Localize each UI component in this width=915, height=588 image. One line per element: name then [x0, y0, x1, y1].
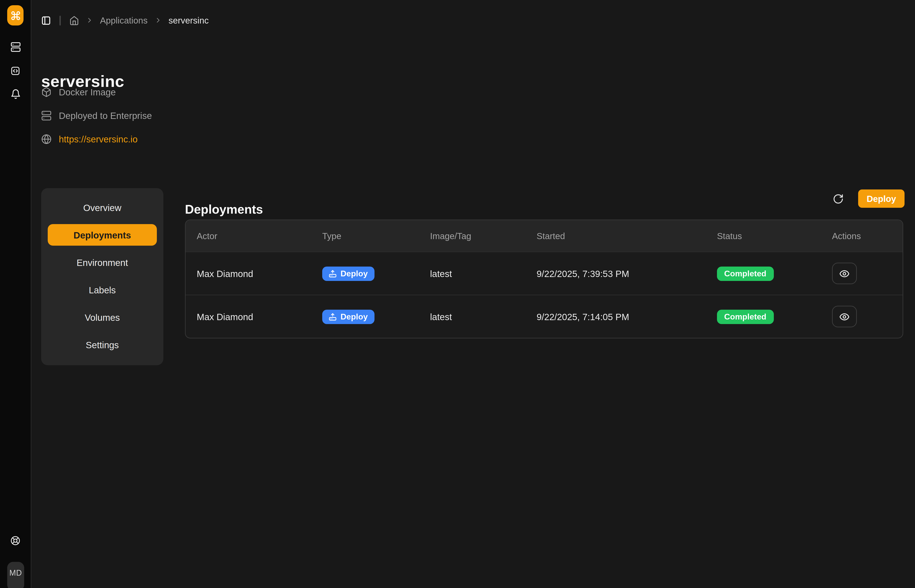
breadcrumb-current: serversinc	[168, 15, 209, 25]
col-header-image-tag: Image/Tag	[430, 231, 537, 241]
table-row: Max Diamond Deploy latest 9/22/2025, 7:1…	[186, 295, 902, 338]
servers-icon	[10, 42, 21, 52]
view-deployment-button[interactable]	[832, 306, 857, 327]
tab-deployments[interactable]: Deployments	[48, 224, 157, 246]
meta-server: Deployed to Enterprise	[41, 110, 152, 121]
cell-actor: Max Diamond	[197, 268, 322, 279]
sidebar-item-servers[interactable]	[0, 42, 31, 52]
cell-actions	[832, 306, 902, 327]
col-header-type: Type	[322, 231, 430, 241]
user-initials: MD	[10, 569, 22, 578]
cell-image-tag: latest	[430, 268, 537, 279]
app-root: MD Applications serversinc serversinc Do…	[0, 0, 915, 588]
section-heading: Deployments	[185, 202, 263, 217]
breadcrumb: Applications serversinc	[41, 15, 209, 26]
type-badge: Deploy	[322, 267, 374, 281]
cell-status: Completed	[717, 267, 832, 281]
eye-icon	[839, 312, 850, 322]
command-icon	[10, 10, 21, 21]
server-icon	[41, 110, 52, 121]
sidebar-toggle-icon[interactable]	[41, 15, 51, 25]
chevron-right-icon	[154, 16, 162, 24]
sidebar-item-help[interactable]	[0, 536, 31, 546]
cell-type: Deploy	[322, 267, 430, 281]
type-badge: Deploy	[322, 309, 374, 324]
home-icon[interactable]	[69, 15, 79, 25]
cell-started: 9/22/2025, 7:39:53 PM	[537, 268, 717, 279]
user-avatar[interactable]: MD	[7, 562, 24, 588]
breadcrumb-applications[interactable]: Applications	[100, 15, 147, 25]
cell-actor: Max Diamond	[197, 312, 322, 322]
eye-icon	[839, 268, 850, 279]
col-header-started: Started	[537, 231, 717, 241]
type-badge-label: Deploy	[341, 312, 368, 321]
cell-started: 9/22/2025, 7:14:05 PM	[537, 312, 717, 322]
sidebar: MD	[0, 0, 31, 588]
cell-status: Completed	[717, 309, 832, 324]
hard-drive-upload-icon	[329, 313, 336, 321]
tab-volumes[interactable]: Volumes	[48, 307, 157, 328]
table-row: Max Diamond Deploy latest 9/22/2025, 7:3…	[186, 252, 902, 295]
tab-environment[interactable]: Environment	[48, 252, 157, 273]
section-nav: Overview Deployments Environment Labels …	[41, 188, 163, 365]
view-deployment-button[interactable]	[832, 263, 857, 284]
topbar-divider	[60, 15, 61, 25]
sidebar-item-notifications[interactable]	[0, 89, 31, 99]
help-lifebuoy-icon	[10, 536, 20, 546]
cell-image-tag: latest	[430, 312, 537, 322]
chevron-right-icon	[86, 16, 94, 24]
tab-labels[interactable]: Labels	[48, 279, 157, 300]
col-header-status: Status	[717, 231, 832, 241]
tab-settings[interactable]: Settings	[48, 334, 157, 355]
status-badge: Completed	[717, 309, 774, 324]
table-header-row: Actor Type Image/Tag Started Status Acti…	[186, 220, 902, 252]
cell-actions	[832, 263, 902, 284]
notifications-bell-icon	[10, 89, 21, 99]
refresh-icon	[833, 193, 844, 204]
type-badge-label: Deploy	[341, 269, 368, 278]
meta-url: https://serversinc.io	[41, 134, 152, 144]
meta-server-label: Deployed to Enterprise	[59, 110, 152, 121]
globe-icon	[41, 134, 52, 144]
meta-source-label: Docker Image	[59, 87, 116, 97]
col-header-actor: Actor	[197, 231, 322, 241]
cell-type: Deploy	[322, 309, 430, 324]
app-url-link[interactable]: https://serversinc.io	[59, 134, 138, 144]
tab-overview[interactable]: Overview	[48, 197, 157, 218]
refresh-button[interactable]	[831, 191, 845, 206]
deployments-table: Actor Type Image/Tag Started Status Acti…	[185, 220, 903, 338]
col-header-actions: Actions	[832, 231, 902, 241]
brand-logo[interactable]	[7, 5, 24, 26]
deploy-button[interactable]: Deploy	[858, 189, 905, 208]
meta-source: Docker Image	[41, 87, 152, 97]
package-icon	[41, 87, 52, 97]
hard-drive-upload-icon	[329, 270, 336, 278]
app-meta: Docker Image Deployed to Enterprise http…	[41, 87, 152, 144]
sidebar-item-code[interactable]	[0, 66, 31, 76]
code-square-icon	[10, 66, 20, 76]
status-badge: Completed	[717, 267, 774, 281]
